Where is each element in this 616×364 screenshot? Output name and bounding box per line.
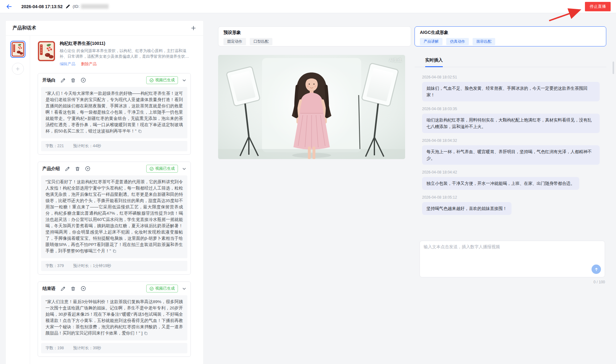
play-icon xyxy=(85,166,90,171)
status-badge-label: 视频已生成 xyxy=(155,286,175,291)
message-timestamp: 2026-04-08 18:04:42 xyxy=(422,170,600,174)
message-item: 2026-04-08 18:02:51 姐妹们，气血不足、脸色发黄、经常熬夜、手… xyxy=(422,75,600,101)
script-section-opening: 开场白 视频已生成 "家人们！今天给大家带来一款超级养生的好物——枸杞红枣养生茶… xyxy=(38,73,191,155)
word-count: 字数：221 xyxy=(46,143,64,149)
section-title: 产品介绍 xyxy=(42,166,60,172)
product-description: 核心定位 药食同源草本养生茶饮，以枸杞、红枣为核心原料，主打温和滋补、日常调养，… xyxy=(60,48,191,59)
session-title: 2026-04-08 17:13:52 xyxy=(21,4,63,9)
check-circle-icon xyxy=(149,286,154,291)
script-section-product-intro: 产品介绍 视频已生成 "宝贝们看好了！这款枸杞红枣茶可不是普通的代用茶，它的原料… xyxy=(38,162,191,275)
plus-icon xyxy=(15,67,20,71)
estimated-duration: 预计时长：44秒 xyxy=(73,143,101,149)
product-thumbnail-selected[interactable] xyxy=(10,41,25,58)
message-list: 2026-04-08 18:02:51 姐妹们，气血不足、脸色发黄、经常熬夜、手… xyxy=(422,70,600,215)
play-icon xyxy=(81,78,86,83)
products-scripts-header: 产品和话术 xyxy=(6,21,203,36)
arrow-up-icon xyxy=(594,267,599,272)
message-bubble: 咱们这款枸杞红枣茶，用料特别实在，大颗枸杞配上饱满红枣，真材实料看得见，没有乱七… xyxy=(422,114,600,133)
tea-package-image xyxy=(11,42,24,57)
script-section-closing: 结束语 视频已生成 "家人们注意！最后3分钟福利价！这款茶我们复购率高达89%，… xyxy=(38,281,191,357)
status-badge: 视频已生成 xyxy=(146,285,178,292)
ai-generated-watermark: AI生成 xyxy=(389,57,401,63)
topbar: 2026-04-08 17:13:52 (ID: 停止直播 xyxy=(0,0,616,13)
send-button[interactable] xyxy=(592,265,601,274)
copy-icon[interactable] xyxy=(144,331,148,337)
trash-icon xyxy=(71,78,76,83)
play-script-button[interactable] xyxy=(81,286,86,291)
product-detail: 枸杞红枣养生茶(10011) 核心定位 药食同源草本养生茶饮，以枸杞、红枣为核心… xyxy=(38,41,191,67)
copy-icon xyxy=(138,129,142,133)
pencil-icon xyxy=(61,78,66,83)
message-bubble: 姐妹们，气血不足、脸色发黄、经常熬夜、手脚冰凉的，今天一定要把这款养生茶囤回家！ xyxy=(422,82,600,101)
script-stats: 字数：198 预计时长：39秒 xyxy=(41,343,187,353)
edit-script-button[interactable] xyxy=(61,78,66,83)
preset-avatar-card: 预设形象 固定动作 口型匹配 xyxy=(218,26,411,46)
digital-human-figure xyxy=(292,72,331,159)
add-product-button[interactable] xyxy=(190,25,196,31)
delete-script-button[interactable] xyxy=(71,78,76,83)
play-script-button[interactable] xyxy=(81,78,86,83)
preset-avatar-title: 预设形象 xyxy=(223,30,406,35)
script-text: "家人们注意！最后3分钟福利价！这款茶我们复购率高达89%，很多阿姨一次囤十盒送… xyxy=(46,299,183,335)
play-script-button[interactable] xyxy=(85,166,90,171)
product-thumbnail-rail xyxy=(6,36,30,364)
aigc-tag-realistic-motion: 仿真动作 xyxy=(446,38,469,45)
tea-package-image xyxy=(38,41,55,62)
message-item: 2026-04-08 18:04:32 每天泡上一杯，补气养血、暖宫暖胃、养肝明… xyxy=(422,138,600,165)
message-timestamp: 2026-04-08 18:03:35 xyxy=(422,107,600,111)
message-timestamp: 2026-04-08 18:05:12 xyxy=(422,195,600,200)
section-title: 结束语 xyxy=(42,286,56,292)
trash-icon xyxy=(75,166,80,171)
script-stats: 字数：379 预计时长：1分钟19秒 xyxy=(41,261,187,271)
chevron-down-icon xyxy=(182,78,187,83)
message-bubble: 每天泡上一杯，补气养血、暖宫暖胃、养肝明目，坚持喝，气色红润有光泽，人都精神不少… xyxy=(422,145,600,165)
message-timestamp: 2026-04-08 18:02:51 xyxy=(422,75,600,79)
copy-icon[interactable] xyxy=(112,249,116,255)
products-scripts-panel: 产品和话术 xyxy=(6,21,203,364)
aigc-tag-product-explain: 产品讲解 xyxy=(420,38,442,45)
message-item: 2026-04-08 18:05:12 坚持喝气色越来越好，喜欢的姐妹直接囤！ xyxy=(422,195,600,215)
delete-product-link[interactable]: 删除产品 xyxy=(81,62,97,67)
copy-icon[interactable] xyxy=(138,129,142,135)
aigc-avatar-card[interactable]: AIGC生成形象 产品讲解 仿真动作 面容匹配 xyxy=(415,26,606,46)
preset-tag-fixed-motion: 固定动作 xyxy=(223,38,246,45)
message-bubble: 独立小包装，干净又方便，开水一冲就能喝，上班、在家、出门随身带都合适。 xyxy=(422,177,579,190)
script-text-container: "宝贝们看好了！这款枸杞红枣茶可不是普通的代用茶，它的原料讲究到令人发指！枸杞全… xyxy=(41,175,187,258)
arrow-left-icon xyxy=(6,3,12,10)
edit-title-icon[interactable] xyxy=(65,4,71,9)
check-circle-icon xyxy=(149,78,154,83)
section-title: 开场白 xyxy=(42,78,56,83)
delete-script-button[interactable] xyxy=(75,166,80,171)
back-button[interactable] xyxy=(6,3,13,10)
aigc-tag-face-match: 面容匹配 xyxy=(473,38,495,45)
scrollbar-thumb[interactable] xyxy=(613,62,614,74)
product-name: 枸杞红枣养生茶(10011) xyxy=(60,41,191,46)
preset-tag-lip-sync: 口型匹配 xyxy=(250,38,272,45)
chat-tab-bar: 实时插入 xyxy=(415,57,606,67)
copy-icon xyxy=(112,249,116,253)
chevron-down-icon xyxy=(182,166,187,171)
message-item: 2026-04-08 18:03:35 咱们这款枸杞红枣茶，用料特别实在，大颗枸… xyxy=(422,107,600,133)
delete-script-button[interactable] xyxy=(71,286,76,291)
add-product-thumbnail-button[interactable] xyxy=(12,63,24,75)
session-id-blurred-value xyxy=(81,4,109,9)
edit-script-button[interactable] xyxy=(61,286,66,291)
collapse-section-button[interactable] xyxy=(182,166,187,171)
edit-product-link[interactable]: 编辑产品 xyxy=(60,62,75,67)
chevron-down-icon xyxy=(182,286,187,291)
product-image xyxy=(38,41,55,62)
word-count: 字数：379 xyxy=(46,263,64,269)
message-input-box[interactable] xyxy=(420,241,605,277)
stop-live-button[interactable]: 停止直播 xyxy=(585,2,611,11)
collapse-section-button[interactable] xyxy=(182,286,187,291)
status-badge: 视频已生成 xyxy=(146,165,178,173)
collapse-section-button[interactable] xyxy=(182,78,187,83)
edit-script-button[interactable] xyxy=(65,166,70,171)
character-counter: 0 / 100 xyxy=(420,280,605,284)
status-badge-label: 视频已生成 xyxy=(155,78,175,83)
tab-realtime-insert[interactable]: 实时插入 xyxy=(425,57,443,67)
session-id-label: (ID: xyxy=(73,4,80,9)
word-count: 字数：198 xyxy=(46,345,64,351)
session-id: (ID: xyxy=(73,4,109,9)
message-input[interactable] xyxy=(424,244,601,265)
